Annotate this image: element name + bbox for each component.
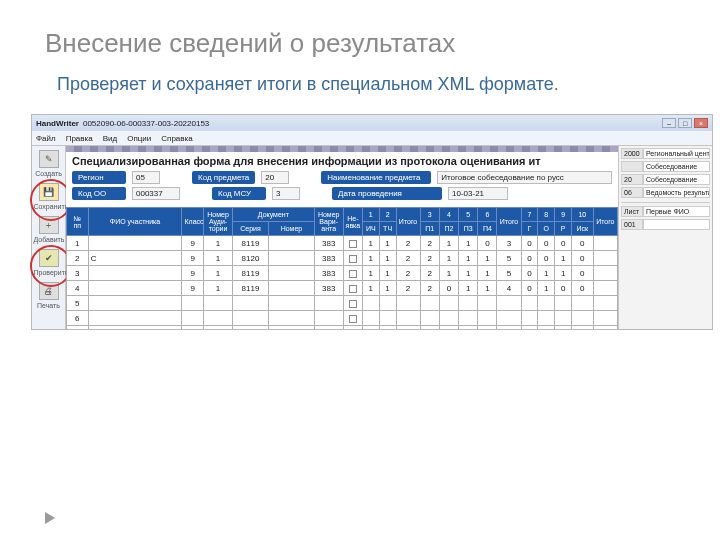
cell[interactable] — [555, 311, 572, 326]
cell[interactable]: 2 — [396, 266, 420, 281]
subject-name-input[interactable]: Итоговое собеседование по русс — [437, 171, 612, 184]
cell[interactable]: 1 — [439, 251, 458, 266]
region-input[interactable]: 05 — [132, 171, 160, 184]
cell[interactable]: 0 — [521, 266, 538, 281]
cell[interactable]: 8119 — [232, 281, 268, 296]
cell[interactable]: 1 — [478, 266, 497, 281]
table-row[interactable]: 3918119383112211150110 — [67, 266, 618, 281]
cell[interactable]: 383 — [314, 236, 343, 251]
cell[interactable] — [362, 326, 379, 330]
cell[interactable] — [88, 236, 182, 251]
cell[interactable]: 4 — [497, 281, 521, 296]
cell[interactable]: 0 — [555, 236, 572, 251]
cell[interactable]: 1 — [204, 266, 233, 281]
cell[interactable]: 1 — [555, 266, 572, 281]
cell[interactable]: 2 — [420, 251, 439, 266]
cell[interactable]: 383 — [314, 266, 343, 281]
msu-code-input[interactable]: 3 — [272, 187, 300, 200]
cell[interactable] — [478, 296, 497, 311]
cell[interactable] — [362, 296, 379, 311]
cell[interactable]: 2 — [420, 266, 439, 281]
cell[interactable]: 2 — [396, 281, 420, 296]
cell[interactable] — [593, 266, 617, 281]
cell[interactable] — [343, 236, 362, 251]
cell[interactable]: 5 — [497, 266, 521, 281]
close-button[interactable]: × — [694, 118, 708, 128]
cell[interactable] — [593, 236, 617, 251]
cell[interactable] — [521, 311, 538, 326]
cell[interactable] — [439, 296, 458, 311]
cell[interactable] — [362, 311, 379, 326]
cell[interactable]: 1 — [439, 236, 458, 251]
cell[interactable] — [497, 326, 521, 330]
oo-code-input[interactable]: 000337 — [132, 187, 180, 200]
checkbox[interactable] — [349, 315, 357, 323]
cell[interactable]: 1 — [538, 281, 555, 296]
cell[interactable]: 1 — [478, 281, 497, 296]
cell[interactable]: 4 — [67, 281, 89, 296]
cell[interactable] — [439, 326, 458, 330]
cell[interactable] — [314, 326, 343, 330]
table-row[interactable]: 5 — [67, 296, 618, 311]
cell[interactable] — [343, 251, 362, 266]
cell[interactable]: 1 — [362, 281, 379, 296]
cell[interactable]: 3 — [497, 236, 521, 251]
cell[interactable] — [439, 311, 458, 326]
cell[interactable]: 1 — [362, 236, 379, 251]
menu-view[interactable]: Вид — [103, 134, 117, 143]
cell[interactable]: 2 — [420, 236, 439, 251]
cell[interactable] — [204, 311, 233, 326]
cell[interactable]: 0 — [439, 281, 458, 296]
table-row[interactable]: 4918119383112201140100 — [67, 281, 618, 296]
cell[interactable] — [538, 311, 555, 326]
cell[interactable]: 1 — [459, 266, 478, 281]
cell[interactable]: 1 — [555, 251, 572, 266]
cell[interactable]: 0 — [572, 236, 594, 251]
cell[interactable] — [314, 311, 343, 326]
cell[interactable] — [420, 326, 439, 330]
cell[interactable] — [459, 311, 478, 326]
cell[interactable] — [88, 296, 182, 311]
cell[interactable]: 0 — [521, 281, 538, 296]
cell[interactable] — [204, 326, 233, 330]
cell[interactable]: 2 — [396, 236, 420, 251]
cell[interactable]: 9 — [182, 236, 204, 251]
checkbox[interactable] — [349, 255, 357, 263]
cell[interactable] — [182, 296, 204, 311]
minimize-button[interactable]: – — [662, 118, 676, 128]
cell[interactable] — [555, 296, 572, 311]
cell[interactable]: 0 — [478, 236, 497, 251]
cell[interactable]: 1 — [362, 266, 379, 281]
cell[interactable] — [538, 296, 555, 311]
cell[interactable]: 0 — [555, 281, 572, 296]
checkbox[interactable] — [349, 300, 357, 308]
cell[interactable] — [593, 251, 617, 266]
cell[interactable]: 1 — [67, 236, 89, 251]
cell[interactable] — [182, 326, 204, 330]
cell[interactable] — [497, 311, 521, 326]
table-row[interactable]: 2С918120383112211150010 — [67, 251, 618, 266]
cell[interactable]: 1 — [204, 251, 233, 266]
table-row[interactable]: 6 — [67, 311, 618, 326]
cell[interactable]: 0 — [538, 236, 555, 251]
cell[interactable]: 1 — [379, 281, 396, 296]
cell[interactable] — [269, 326, 315, 330]
cell[interactable] — [478, 326, 497, 330]
cell[interactable]: 383 — [314, 251, 343, 266]
cell[interactable]: 7 — [67, 326, 89, 330]
cell[interactable] — [396, 326, 420, 330]
cell[interactable]: 1 — [439, 266, 458, 281]
cell[interactable]: 0 — [572, 251, 594, 266]
cell[interactable] — [88, 326, 182, 330]
cell[interactable] — [555, 326, 572, 330]
menu-edit[interactable]: Правка — [66, 134, 93, 143]
tool-new[interactable]: ✎ Создать — [34, 150, 64, 177]
table-body[interactable]: 19181193831122110300002С9181203831122111… — [67, 236, 618, 330]
cell[interactable] — [88, 311, 182, 326]
cell[interactable] — [538, 326, 555, 330]
cell[interactable]: 2 — [67, 251, 89, 266]
cell[interactable]: 1 — [204, 281, 233, 296]
cell[interactable]: 0 — [572, 281, 594, 296]
cell[interactable] — [88, 266, 182, 281]
cell[interactable] — [88, 281, 182, 296]
